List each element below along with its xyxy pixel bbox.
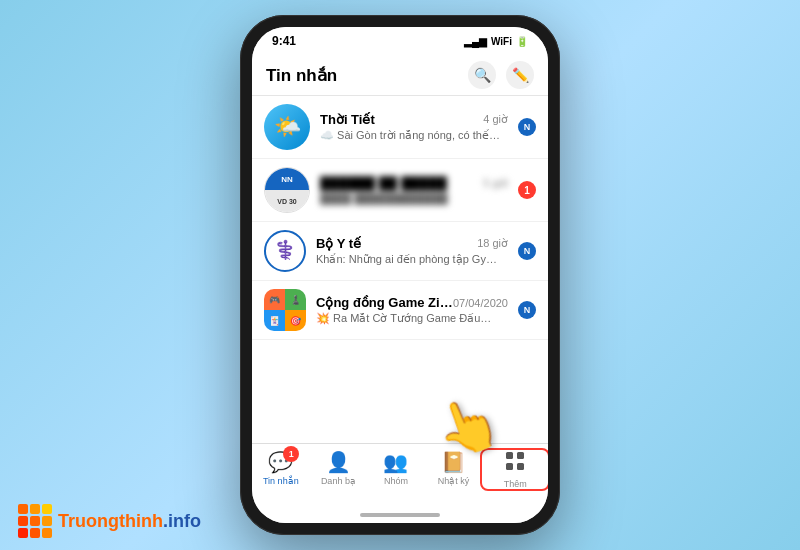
dot <box>18 528 28 538</box>
unread-badge: N <box>518 118 536 136</box>
message-content: Cộng đồng Game ZingPl… 07/04/2020 💥 Ra M… <box>316 295 508 325</box>
nav-label-tin-nhan: Tin nhắn <box>263 476 299 486</box>
unread-badge: N <box>518 242 536 260</box>
contact-name: Thời Tiết <box>320 112 375 127</box>
signal-icon: ▂▄▆ <box>464 36 487 47</box>
battery-icon: 🔋 <box>516 36 528 47</box>
nav-item-tin-nhan[interactable]: 💬 1 Tin nhắn <box>252 450 310 486</box>
message-preview: 💥 Ra Mắt Cờ Tướng Game Đấu… <box>316 312 508 325</box>
nav-label-nhom: Nhóm <box>384 476 408 486</box>
list-item[interactable]: 🎮 ♟️ 🃏 🎯 Cộng đồng Game ZingPl… 07/04/20… <box>252 281 548 340</box>
message-nav-icon: 💬 1 <box>268 450 293 474</box>
contact-name: Cộng đồng Game ZingPl… <box>316 295 453 310</box>
message-header: Bộ Y tế 18 giờ <box>316 236 508 251</box>
home-indicator <box>252 507 548 523</box>
phone-frame: 9:41 ▂▄▆ WiFi 🔋 Tin nhắn 🔍 ✏️ 🌤️ Thờ <box>240 15 560 535</box>
watermark-logo <box>18 504 52 538</box>
unread-badge: N <box>518 301 536 319</box>
watermark: Truongthinh.info <box>18 504 201 538</box>
nav-label-nhat-ky: Nhật ký <box>438 476 470 486</box>
app-header: Tin nhắn 🔍 ✏️ <box>252 55 548 96</box>
contact-name: Bộ Y tế <box>316 236 361 251</box>
avatar: 🎮 ♟️ 🃏 🎯 <box>264 289 306 331</box>
more-nav-icon <box>504 450 526 477</box>
watermark-text: Truongthinh.info <box>58 511 201 532</box>
list-item[interactable]: NN VD 30 ██████ ██ █████ 5 giờ ████ ████… <box>252 159 548 222</box>
message-preview: Khẩn: Những ai đến phòng tập Gy… <box>316 253 508 266</box>
dot <box>42 504 52 514</box>
avatar: 🌤️ <box>264 104 310 150</box>
list-item[interactable]: ⚕️ Bộ Y tế 18 giờ Khẩn: Những ai đến phò… <box>252 222 548 281</box>
dot <box>30 504 40 514</box>
message-preview: ☁️ Sài Gòn trời nắng nóng, có thể… <box>320 129 508 142</box>
svg-rect-1 <box>517 452 524 459</box>
nav-label-danh-ba: Danh bạ <box>321 476 356 486</box>
status-time: 9:41 <box>272 34 296 48</box>
svg-rect-2 <box>506 463 513 470</box>
nav-item-danh-ba[interactable]: 👤 Danh bạ <box>310 450 368 486</box>
home-bar <box>360 513 440 517</box>
message-time: 07/04/2020 <box>453 297 508 309</box>
message-content: Bộ Y tế 18 giờ Khẩn: Những ai đến phòng … <box>316 236 508 266</box>
svg-rect-3 <box>517 463 524 470</box>
nav-item-nhom[interactable]: 👥 Nhóm <box>367 450 425 486</box>
bottom-nav: 💬 1 Tin nhắn 👤 Danh bạ 👥 Nhóm 📔 Nhật ký <box>252 443 548 507</box>
contact-name: ██████ ██ █████ <box>320 176 447 191</box>
message-time: 18 giờ <box>477 237 508 250</box>
search-button[interactable]: 🔍 <box>468 61 496 89</box>
app-title: Tin nhắn <box>266 65 337 86</box>
message-content: ██████ ██ █████ 5 giờ ████ ████████████ <box>320 176 508 205</box>
nav-item-nhat-ky[interactable]: 📔 Nhật ký <box>425 450 483 486</box>
header-actions: 🔍 ✏️ <box>468 61 534 89</box>
message-header: ██████ ██ █████ 5 giờ <box>320 176 508 191</box>
message-list: 🌤️ Thời Tiết 4 giờ ☁️ Sài Gòn trời nắng … <box>252 96 548 443</box>
status-icons: ▂▄▆ WiFi 🔋 <box>464 36 528 47</box>
dot <box>42 528 52 538</box>
message-content: Thời Tiết 4 giờ ☁️ Sài Gòn trời nắng nón… <box>320 112 508 142</box>
message-preview: ████ ████████████ <box>320 193 508 205</box>
nav-badge: 1 <box>283 446 299 462</box>
unread-badge: 1 <box>518 181 536 199</box>
nav-item-them[interactable]: Thêm <box>482 450 548 489</box>
message-time: 5 giờ <box>483 177 508 190</box>
diary-nav-icon: 📔 <box>441 450 466 474</box>
avatar: ⚕️ <box>264 230 306 272</box>
message-time: 4 giờ <box>483 113 508 126</box>
dot <box>42 516 52 526</box>
message-header: Thời Tiết 4 giờ <box>320 112 508 127</box>
dot <box>18 504 28 514</box>
list-item[interactable]: 🌤️ Thời Tiết 4 giờ ☁️ Sài Gòn trời nắng … <box>252 96 548 159</box>
status-bar: 9:41 ▂▄▆ WiFi 🔋 <box>252 27 548 55</box>
add-button[interactable]: ✏️ <box>506 61 534 89</box>
dot <box>30 516 40 526</box>
wifi-icon: WiFi <box>491 36 512 47</box>
contacts-nav-icon: 👤 <box>326 450 351 474</box>
nav-label-them: Thêm <box>504 479 527 489</box>
avatar: NN VD 30 <box>264 167 310 213</box>
dot <box>30 528 40 538</box>
dot <box>18 516 28 526</box>
groups-nav-icon: 👥 <box>383 450 408 474</box>
message-header: Cộng đồng Game ZingPl… 07/04/2020 <box>316 295 508 310</box>
svg-rect-0 <box>506 452 513 459</box>
phone-screen: 9:41 ▂▄▆ WiFi 🔋 Tin nhắn 🔍 ✏️ 🌤️ Thờ <box>252 27 548 523</box>
